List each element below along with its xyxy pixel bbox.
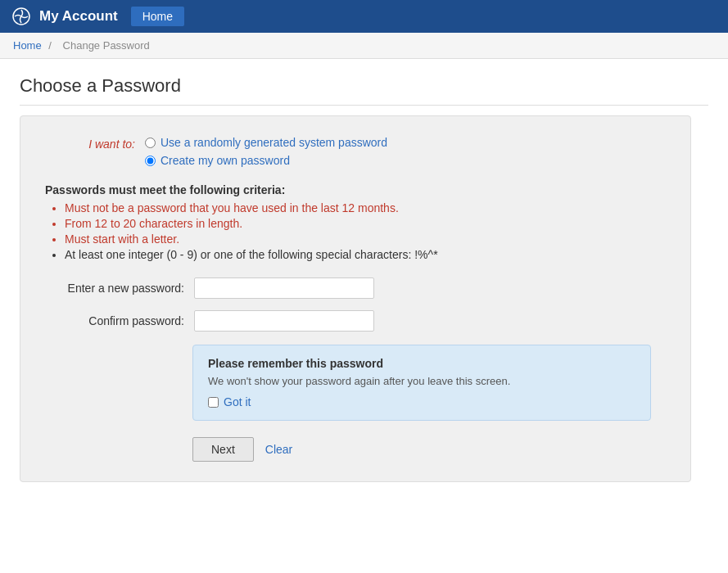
page-content: Choose a Password I want to: Use a rando… (0, 59, 728, 499)
criteria-item-2: From 12 to 20 characters in length. (65, 217, 666, 230)
radio-random-input[interactable] (145, 138, 156, 148)
got-it-label: Got it (224, 395, 251, 408)
info-box: Please remember this password We won't s… (192, 345, 651, 421)
criteria-title: Passwords must meet the following criter… (45, 183, 666, 196)
confirm-password-input[interactable] (194, 310, 374, 332)
criteria-list: Must not be a password that you have use… (45, 201, 666, 261)
app-title: My Account (39, 8, 118, 25)
home-nav-button[interactable]: Home (131, 7, 184, 26)
radio-own-input[interactable] (145, 156, 156, 166)
breadcrumb-separator: / (48, 39, 52, 52)
radio-own-password[interactable]: Create my own password (145, 154, 387, 167)
radio-options: Use a randomly generated system password… (145, 136, 387, 167)
next-button[interactable]: Next (192, 437, 254, 462)
breadcrumb-current: Change Password (63, 39, 150, 52)
criteria-section: Passwords must meet the following criter… (45, 183, 666, 261)
form-card: I want to: Use a randomly generated syst… (20, 115, 691, 482)
i-want-to-label: I want to: (45, 136, 135, 151)
app-logo-icon (10, 5, 33, 28)
breadcrumb-home-link[interactable]: Home (13, 39, 42, 52)
page-title: Choose a Password (20, 75, 708, 106)
radio-random-password[interactable]: Use a randomly generated system password (145, 136, 387, 149)
got-it-checkbox[interactable] (208, 397, 219, 408)
info-box-text: We won't show your password again after … (208, 375, 635, 387)
clear-button[interactable]: Clear (262, 437, 296, 462)
radio-random-label: Use a randomly generated system password (161, 136, 387, 149)
criteria-item-3: Must start with a letter. (65, 232, 666, 246)
button-row: Next Clear (192, 437, 666, 462)
criteria-item-4: At least one integer (0 - 9) or one of t… (65, 248, 666, 261)
new-password-input[interactable] (194, 277, 374, 299)
breadcrumb: Home / Change Password (0, 33, 728, 59)
radio-own-label: Create my own password (161, 154, 290, 167)
confirm-password-label: Confirm password: (45, 314, 184, 327)
new-password-field: Enter a new password: (45, 277, 666, 299)
radio-section: I want to: Use a randomly generated syst… (45, 136, 666, 167)
confirm-password-field: Confirm password: (45, 310, 666, 332)
new-password-label: Enter a new password: (45, 282, 184, 295)
criteria-item-1: Must not be a password that you have use… (65, 201, 666, 214)
got-it-checkbox-label[interactable]: Got it (208, 395, 635, 408)
info-box-title: Please remember this password (208, 357, 635, 370)
header: My Account Home (0, 0, 728, 33)
